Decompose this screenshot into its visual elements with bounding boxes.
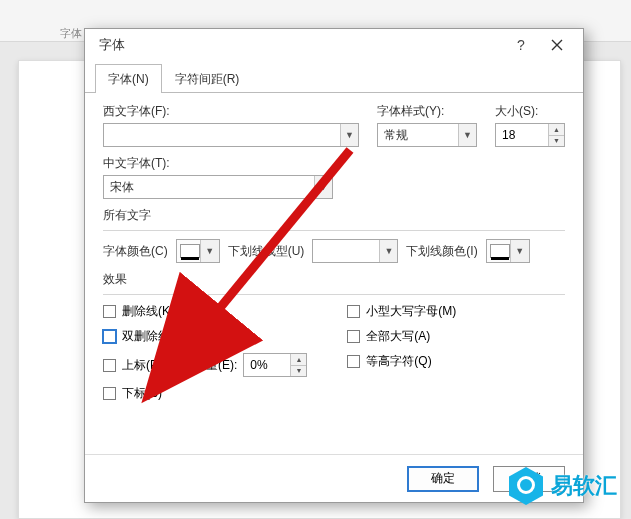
spin-up-icon[interactable]: ▲: [291, 354, 306, 366]
checkbox-strikethrough[interactable]: 删除线(K): [103, 303, 307, 320]
dialog-title: 字体: [99, 36, 125, 54]
checkbox-subscript[interactable]: 下标(B): [103, 385, 307, 402]
tabstrip: 字体(N) 字符间距(R): [85, 63, 583, 93]
size-label: 大小(S):: [495, 103, 565, 120]
close-button[interactable]: [539, 31, 575, 59]
offset-value: 0%: [244, 354, 290, 376]
checkbox-equal-height[interactable]: 等高字符(Q): [347, 353, 456, 370]
divider: [103, 294, 565, 295]
chevron-down-icon: ▼: [340, 124, 358, 146]
brand-text: 易软汇: [551, 471, 617, 501]
latin-font-label: 西文字体(F):: [103, 103, 359, 120]
checkbox-double-strikethrough[interactable]: 双删除线(L): [103, 328, 307, 345]
close-icon: [551, 39, 563, 51]
checkbox-allcaps[interactable]: 全部大写(A): [347, 328, 456, 345]
font-color-swatch: [180, 244, 200, 258]
tab-font[interactable]: 字体(N): [95, 64, 162, 93]
latin-font-combo[interactable]: ▼: [103, 123, 359, 147]
help-button[interactable]: ?: [503, 31, 539, 59]
underline-color-picker[interactable]: ▼: [486, 239, 530, 263]
tab-spacing[interactable]: 字符间距(R): [162, 64, 253, 93]
style-label: 字体样式(Y):: [377, 103, 477, 120]
asian-font-label: 中文字体(T):: [103, 155, 565, 172]
font-color-picker[interactable]: ▼: [176, 239, 220, 263]
size-spinner[interactable]: 18 ▲▼: [495, 123, 565, 147]
ribbon-group-font: 字体: [60, 26, 82, 41]
style-value: 常规: [378, 127, 458, 144]
brand-logo: 易软汇: [509, 467, 617, 505]
spin-up-icon[interactable]: ▲: [549, 124, 564, 136]
effects-section-label: 效果: [103, 271, 565, 288]
style-combo[interactable]: 常规 ▼: [377, 123, 477, 147]
underline-style-combo[interactable]: ▼: [312, 239, 398, 263]
divider: [103, 230, 565, 231]
underline-color-swatch: [490, 244, 510, 258]
brand-hex-icon: [509, 467, 543, 505]
titlebar: 字体 ?: [85, 29, 583, 61]
spin-down-icon[interactable]: ▼: [291, 366, 306, 377]
underline-style-label: 下划线线型(U): [228, 243, 305, 260]
ok-button[interactable]: 确定: [407, 466, 479, 492]
size-value: 18: [496, 124, 548, 146]
chevron-down-icon: ▼: [200, 240, 219, 262]
chevron-down-icon: ▼: [379, 240, 397, 262]
asian-font-value: 宋体: [104, 179, 314, 196]
font-color-label: 字体颜色(C): [103, 243, 168, 260]
alltext-section-label: 所有文字: [103, 207, 565, 224]
underline-color-label: 下划线颜色(I): [406, 243, 477, 260]
chevron-down-icon: ▼: [458, 124, 476, 146]
font-dialog: 字体 ? 字体(N) 字符间距(R) 西文字体(F): ▼ 字体样式(Y): 常…: [84, 28, 584, 503]
chevron-down-icon: ▼: [314, 176, 332, 198]
offset-spinner[interactable]: 0% ▲▼: [243, 353, 307, 377]
spin-down-icon[interactable]: ▼: [549, 136, 564, 147]
offset-label: 偏移量(E):: [182, 357, 237, 374]
asian-font-combo[interactable]: 宋体 ▼: [103, 175, 333, 199]
chevron-down-icon: ▼: [510, 240, 529, 262]
checkbox-superscript[interactable]: 上标(P): [103, 357, 162, 374]
checkbox-smallcaps[interactable]: 小型大写字母(M): [347, 303, 456, 320]
